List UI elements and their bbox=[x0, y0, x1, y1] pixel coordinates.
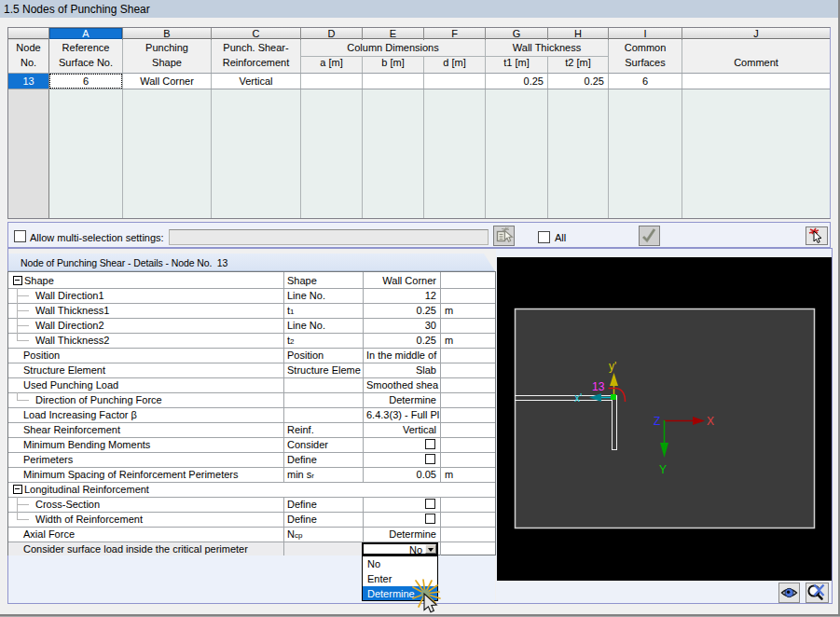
svg-text:x': x' bbox=[574, 391, 582, 404]
svg-text:X: X bbox=[707, 415, 714, 428]
svg-text:13: 13 bbox=[592, 380, 605, 393]
svg-text:Y: Y bbox=[659, 463, 667, 476]
svg-text:y': y' bbox=[609, 360, 616, 373]
svg-text:Z: Z bbox=[654, 415, 660, 428]
